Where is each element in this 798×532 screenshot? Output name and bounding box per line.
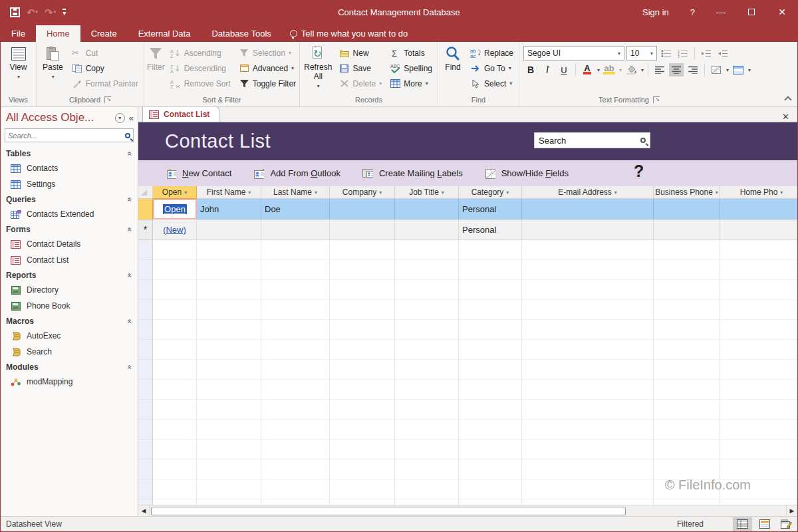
sidebar-item-contact-details[interactable]: Contact Details	[1, 236, 138, 252]
grid-cell[interactable]	[395, 420, 459, 440]
column-filter-icon[interactable]: ▾	[716, 190, 718, 196]
grid-cell[interactable]	[153, 479, 197, 499]
grid-cell[interactable]: John	[197, 199, 261, 219]
help-question-icon[interactable]: ?	[634, 162, 644, 181]
grid-cell[interactable]	[522, 280, 654, 300]
grid-cell[interactable]	[654, 219, 720, 240]
grid-cell[interactable]	[654, 460, 720, 479]
grid-cell[interactable]	[459, 499, 522, 505]
more-button[interactable]: More▾	[387, 76, 435, 91]
italic-button[interactable]: I	[540, 63, 555, 76]
open-record-link[interactable]: Open	[163, 204, 187, 214]
nav-search-box[interactable]: Search...	[5, 128, 134, 142]
column-header-home-pho[interactable]: Home Pho▾	[720, 186, 797, 199]
close-tab-icon[interactable]: ✕	[774, 112, 797, 122]
find-button[interactable]: Find	[440, 43, 466, 75]
customize-qat-icon[interactable]: ▾	[63, 9, 66, 16]
totals-button[interactable]: ΣTotals	[387, 45, 435, 61]
view-datasheet-button[interactable]	[733, 517, 752, 531]
tab-external-data[interactable]: External Data	[128, 25, 201, 42]
grid-cell[interactable]	[720, 400, 797, 420]
grid-cell[interactable]	[261, 479, 330, 499]
selection-button[interactable]: Selection▾	[236, 45, 299, 61]
column-filter-icon[interactable]: ▾	[315, 190, 317, 196]
grid-cell[interactable]	[197, 300, 261, 320]
grid-cell[interactable]	[720, 300, 797, 320]
form-search-box[interactable]: Search	[534, 132, 650, 148]
alt-row-color-button[interactable]	[731, 63, 745, 76]
grid-cell[interactable]	[197, 240, 261, 260]
save-record-button[interactable]: Save	[336, 61, 385, 76]
font-size-combo[interactable]: 10▾	[626, 46, 657, 61]
grid-cell[interactable]	[395, 499, 459, 505]
sidebar-item-directory[interactable]: Directory	[1, 282, 138, 298]
grid-cell[interactable]	[459, 260, 522, 280]
grid-cell[interactable]	[459, 440, 522, 460]
grid-cell[interactable]	[395, 300, 459, 320]
scroll-left-icon[interactable]: ◀	[138, 505, 150, 516]
column-filter-icon[interactable]: ▾	[780, 190, 783, 196]
advanced-button[interactable]: ...Advanced▾	[236, 61, 299, 76]
font-color-button[interactable]: A	[580, 63, 595, 76]
grid-cell[interactable]	[459, 460, 522, 479]
grid-cell[interactable]	[720, 380, 797, 400]
collapse-section-icon[interactable]: «	[126, 319, 135, 324]
spelling-button[interactable]: ABCSpelling	[387, 61, 435, 76]
minimize-button[interactable]: —	[706, 1, 736, 23]
sidebar-item-autoexec[interactable]: AutoExec	[1, 328, 138, 344]
tab-file[interactable]: File	[1, 25, 36, 42]
numbering-icon[interactable]: 123	[676, 47, 690, 60]
grid-cell[interactable]	[330, 300, 395, 320]
select-all-cell[interactable]	[138, 186, 153, 199]
grid-cell[interactable]	[395, 380, 459, 400]
grid-cell[interactable]	[330, 380, 395, 400]
grid-cell[interactable]	[261, 440, 330, 460]
grid-cell[interactable]	[654, 199, 720, 219]
grid-cell[interactable]: (New)	[153, 219, 197, 240]
grid-cell[interactable]	[522, 440, 654, 460]
view-button[interactable]: View ▾	[2, 43, 35, 82]
column-header-e-mail-address[interactable]: E-mail Address▾	[522, 186, 654, 199]
grid-cell[interactable]	[654, 499, 720, 505]
grid-cell[interactable]	[720, 280, 797, 300]
grid-cell[interactable]	[395, 360, 459, 380]
descending-button[interactable]: ZADescending	[168, 61, 233, 76]
grid-cell[interactable]	[330, 479, 395, 499]
grid-cell[interactable]	[330, 219, 395, 240]
grid-cell[interactable]	[459, 300, 522, 320]
grid-cell[interactable]	[153, 320, 197, 340]
collapse-section-icon[interactable]: «	[126, 198, 135, 202]
grid-cell[interactable]	[654, 240, 720, 260]
grid-cell[interactable]	[261, 420, 330, 440]
maximize-button[interactable]	[736, 1, 767, 23]
collapse-section-icon[interactable]: «	[126, 227, 135, 232]
grid-cell[interactable]	[330, 199, 395, 219]
grid-cell[interactable]	[395, 280, 459, 300]
record-selector[interactable]	[138, 199, 153, 219]
grid-cell[interactable]	[459, 400, 522, 420]
nav-section-reports[interactable]: Reports«	[1, 268, 138, 282]
grid-cell[interactable]	[522, 320, 654, 340]
column-filter-icon[interactable]: ▾	[614, 190, 617, 196]
align-center-button[interactable]	[669, 63, 684, 76]
close-button[interactable]: ✕	[767, 1, 797, 23]
nav-menu-icon[interactable]: ▾	[115, 113, 125, 123]
grid-cell[interactable]	[261, 300, 330, 320]
text-formatting-dialog-launcher-icon[interactable]: ↘	[653, 96, 660, 103]
view-design-button[interactable]	[777, 517, 796, 531]
grid-cell[interactable]	[197, 460, 261, 479]
grid-cell[interactable]	[330, 340, 395, 360]
grid-cell[interactable]	[459, 340, 522, 360]
horizontal-scrollbar[interactable]: ◀ ▶	[138, 505, 797, 516]
grid-cell[interactable]: Personal	[459, 199, 522, 219]
grid-cell[interactable]	[654, 340, 720, 360]
grid-cell[interactable]	[395, 400, 459, 420]
format-painter-button[interactable]: Format Painter	[69, 76, 141, 91]
grid-cell[interactable]	[459, 280, 522, 300]
grid-cell[interactable]	[153, 260, 197, 280]
grid-cell[interactable]	[522, 479, 654, 499]
grid-cell[interactable]	[153, 340, 197, 360]
grid-cell[interactable]	[654, 400, 720, 420]
grid-cell[interactable]	[654, 260, 720, 280]
grid-cell[interactable]	[197, 320, 261, 340]
